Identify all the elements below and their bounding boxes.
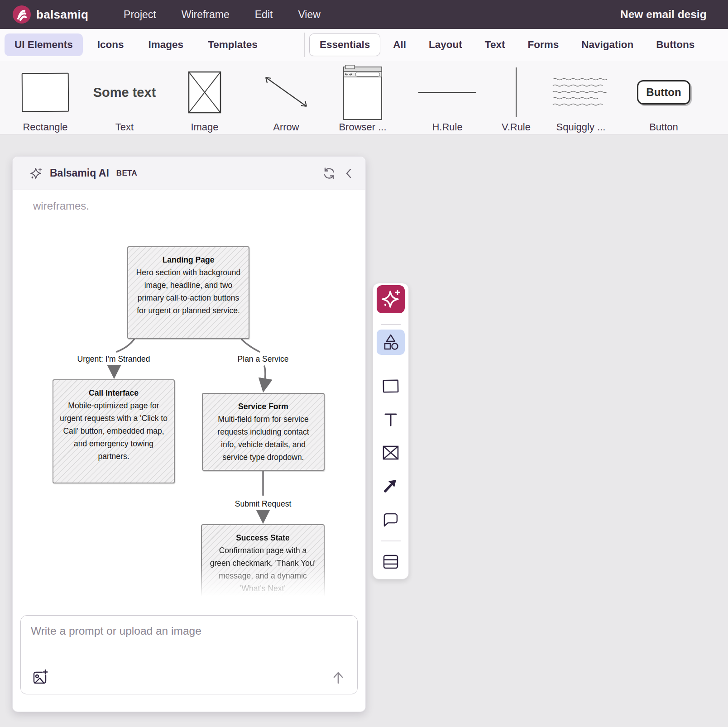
side-toolbar: [373, 283, 409, 579]
brand-name: balsamiq: [36, 8, 88, 22]
menu-edit[interactable]: Edit: [248, 6, 280, 24]
rectangle-thumb-icon: [22, 73, 69, 112]
node-title: Service Form: [209, 400, 317, 413]
shape-library-button[interactable]: [377, 330, 405, 355]
text-icon: [382, 411, 399, 428]
ai-generate-button[interactable]: [377, 285, 405, 313]
balsamiq-logo-icon: [13, 5, 31, 24]
image-tool-button[interactable]: [377, 439, 405, 467]
ai-panel-header: Balsamiq AI BETA: [13, 157, 365, 190]
node-title: Call Interface: [60, 387, 168, 399]
hrule-thumb-icon: [418, 92, 476, 93]
refresh-icon[interactable]: [319, 163, 339, 183]
filter-layout[interactable]: Layout: [419, 34, 472, 56]
ai-prompt-box: [20, 615, 358, 694]
menu-view[interactable]: View: [291, 6, 327, 24]
button-thumb-icon: Button: [637, 80, 690, 105]
tab-icons[interactable]: Icons: [87, 33, 134, 56]
sparkle-icon: [29, 163, 43, 183]
palette-item-rectangle[interactable]: Rectangle: [5, 66, 86, 133]
rectangle-icon: [382, 378, 400, 394]
palette-item-label: Text: [84, 121, 165, 133]
node-body: Multi-field form for service requests in…: [209, 413, 317, 464]
library-bar: UI Elements Icons Images Templates Essen…: [0, 29, 728, 61]
element-palette: Rectangle Some text Text Image Arrow: [0, 61, 728, 134]
filter-forms[interactable]: Forms: [517, 34, 569, 56]
toolbar-divider: [304, 33, 305, 57]
ai-panel-title: Balsamiq AI: [50, 167, 109, 179]
filter-buttons[interactable]: Buttons: [646, 34, 704, 56]
palette-item-label: Rectangle: [5, 121, 86, 133]
arrow-tool-button[interactable]: [377, 472, 405, 500]
palette-item-image[interactable]: Image: [164, 66, 245, 133]
node-title: Success State: [208, 531, 317, 544]
node-body: Confirmation page with a green checkmark…: [208, 544, 317, 595]
tab-ui-elements[interactable]: UI Elements: [5, 33, 83, 56]
palette-item-browser[interactable]: Browser ...: [322, 66, 403, 133]
comment-icon: [382, 511, 400, 528]
ai-beta-badge: BETA: [116, 169, 137, 178]
comment-tool-button[interactable]: [377, 505, 405, 533]
shapes-icon: [382, 334, 399, 351]
filter-navigation[interactable]: Navigation: [571, 34, 643, 56]
menu-wireframe[interactable]: Wireframe: [174, 6, 237, 24]
rectangle-tool-button[interactable]: [377, 372, 405, 400]
palette-item-button[interactable]: Button Button: [623, 66, 704, 133]
send-arrow-icon[interactable]: [329, 669, 347, 687]
arrow-thumb-icon: [260, 73, 312, 112]
category-filters: Essentials All Layout Text Forms Navigat…: [309, 29, 704, 61]
palette-item-label: Squiggly ...: [540, 121, 622, 133]
balsamiq-ai-panel: Balsamiq AI BETA wireframes.: [12, 156, 366, 712]
image-icon: [382, 444, 400, 461]
menu-project[interactable]: Project: [116, 6, 163, 24]
edge-label-submit: Submit Request: [235, 499, 292, 509]
image-add-icon[interactable]: [30, 668, 50, 688]
library-tabs: UI Elements Icons Images Templates: [5, 29, 268, 61]
node-body: Mobile-optimized page for urgent request…: [60, 399, 168, 463]
filter-text[interactable]: Text: [475, 34, 515, 56]
sparkle-plus-icon: [380, 289, 401, 310]
text-tool-button[interactable]: [377, 406, 405, 434]
flow-node-landing-page[interactable]: Landing Page Hero section with backgroun…: [127, 246, 249, 339]
node-title: Landing Page: [134, 253, 242, 266]
toolbar-divider: [381, 324, 401, 325]
palette-item-label: Image: [164, 121, 245, 133]
palette-item-label: Arrow: [245, 121, 327, 133]
palette-item-label: Button: [623, 121, 704, 133]
edge-label-urgent: Urgent: I'm Stranded: [77, 354, 150, 364]
palette-item-arrow[interactable]: Arrow: [245, 66, 327, 133]
document-title[interactable]: New email desig: [620, 0, 707, 29]
edge-label-plan: Plan a Service: [238, 354, 289, 364]
flow-node-success-state[interactable]: Success State Confirmation page with a g…: [201, 524, 325, 601]
collapse-chevron-icon[interactable]: [339, 163, 359, 183]
tab-images[interactable]: Images: [139, 33, 194, 56]
browser-thumb-icon: [343, 64, 383, 120]
prompt-input[interactable]: [21, 616, 357, 661]
image-thumb-icon: [188, 71, 221, 114]
palette-item-label: Browser ...: [322, 121, 403, 133]
palette-item-squiggly[interactable]: Squiggly ...: [540, 66, 622, 133]
tab-templates[interactable]: Templates: [198, 33, 268, 56]
squiggly-thumb-icon: [551, 77, 611, 108]
text-thumb-icon: Some text: [93, 85, 156, 100]
filter-essentials[interactable]: Essentials: [309, 33, 380, 56]
ai-stream-text: wireframes.: [33, 200, 89, 212]
toolbar-divider: [381, 540, 401, 541]
filter-all[interactable]: All: [383, 34, 416, 56]
top-navbar: balsamiq Project Wireframe Edit View New…: [0, 0, 728, 29]
flow-node-call-interface[interactable]: Call Interface Mobile-optimized page for…: [53, 379, 175, 483]
arrow-icon: [382, 477, 399, 494]
rows-icon: [382, 553, 400, 570]
node-body: Hero section with background image, head…: [134, 266, 242, 317]
palette-item-text[interactable]: Some text Text: [84, 66, 165, 133]
vrule-thumb-icon: [516, 67, 517, 117]
storyboard-tool-button[interactable]: [377, 548, 405, 576]
menu-bar: Project Wireframe Edit View: [116, 6, 328, 24]
flow-node-service-form[interactable]: Service Form Multi-field form for servic…: [202, 393, 325, 471]
